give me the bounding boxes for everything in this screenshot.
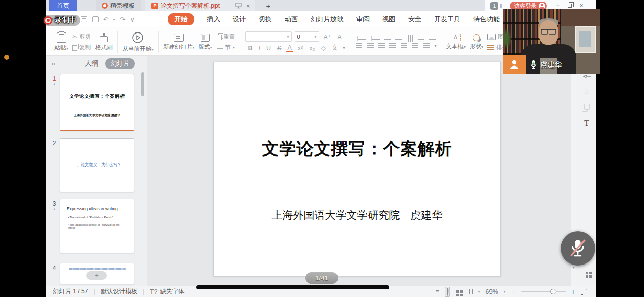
minimize-button[interactable]: − [556, 2, 560, 9]
zoom-level[interactable]: 69% [486, 288, 498, 295]
align-text-icon[interactable] [418, 36, 424, 41]
menu-design[interactable]: 设计 [233, 15, 246, 24]
mute-microphone-button[interactable] [561, 231, 595, 266]
bold-button[interactable]: B [247, 45, 254, 52]
subscript-button[interactable]: x₂ [308, 45, 316, 52]
view-caret-icon[interactable]: ▾ [478, 289, 480, 294]
underline-button[interactable]: U [265, 45, 272, 52]
menu-security[interactable]: 安全 [408, 15, 421, 24]
slide-thumbnail-2[interactable]: 一、论文意义：为什么写？ [60, 138, 134, 192]
text-box-button[interactable]: A 文本框▾ [446, 34, 466, 50]
zoom-in-button[interactable]: + [571, 288, 575, 296]
format-painter-button[interactable]: 格式刷 [95, 33, 113, 51]
decrease-indent-icon[interactable] [384, 36, 391, 41]
font-name-combobox[interactable]: ▾ [245, 31, 292, 42]
justify-icon[interactable] [389, 43, 396, 49]
menu-insert[interactable]: 插入 [207, 15, 220, 24]
collapse-panel-icon[interactable]: « [52, 60, 55, 68]
slide-subtitle[interactable]: 上海外国语大学文学研究院 虞建华 [214, 208, 500, 222]
guest-login-button[interactable]: 访客登录 [510, 2, 547, 10]
add-slide-button[interactable]: + [86, 271, 107, 280]
bullets-icon[interactable] [358, 36, 366, 41]
columns-icon[interactable] [429, 36, 436, 41]
template-name[interactable]: 默认设计模板 [101, 287, 137, 296]
toolbar-collapse-icon[interactable]: ∨ [130, 16, 135, 23]
normal-view-button[interactable] [445, 287, 450, 297]
tab-home[interactable]: 首页 [49, 0, 77, 11]
fit-to-window-icon[interactable] [581, 289, 587, 295]
line-spacing-icon[interactable] [412, 43, 418, 49]
clear-format-button[interactable]: ◇ [319, 44, 327, 52]
zoom-slider-knob[interactable] [550, 289, 556, 294]
close-tab-icon[interactable]: × [244, 2, 252, 10]
present-monitor-icon[interactable] [235, 3, 242, 9]
shapes-button[interactable]: 形状▾ [470, 34, 483, 50]
italic-button[interactable]: I [257, 45, 262, 52]
menu-slideshow[interactable]: 幻灯片放映 [311, 15, 344, 24]
font-color-button[interactable]: A [286, 44, 293, 52]
play-from-current-button[interactable]: 从当前开始▾ [122, 31, 154, 53]
superscript-button[interactable]: x² [296, 45, 304, 52]
restore-button[interactable] [568, 4, 572, 8]
video-call-window[interactable]: 虞建华 [503, 9, 600, 74]
thumbnail-grid-icon[interactable] [576, 272, 597, 274]
menu-special-features[interactable]: 特色功能 [473, 15, 500, 24]
tab-docer-templates[interactable]: 稻壳模板 [96, 0, 141, 11]
distribute-icon[interactable] [401, 43, 407, 49]
selection-pages-icon[interactable] [576, 104, 597, 110]
menu-view[interactable]: 视图 [382, 15, 395, 24]
new-tab-button[interactable]: + [262, 2, 275, 10]
effects-star-icon[interactable]: ☆ [576, 87, 597, 96]
slide-sorter-view-icon[interactable] [456, 290, 459, 293]
playback-progress-bar[interactable] [196, 285, 389, 289]
menu-transition[interactable]: 切换 [259, 15, 272, 24]
redo-icon[interactable]: ↷ [120, 16, 126, 23]
reading-view-icon[interactable] [466, 289, 473, 294]
cut-button[interactable]: ✂剪切 [72, 33, 91, 41]
slide-thumbnail-3[interactable]: Expressing ideas in writing: • The ratio… [60, 199, 134, 253]
align-right-icon[interactable] [378, 43, 385, 49]
tab-slides[interactable]: 幻灯片 [105, 58, 135, 69]
new-slide-button[interactable]: 新建幻灯片▾ [163, 34, 195, 51]
current-slide[interactable]: 文学论文撰写：个案解析 上海外国语大学文学研究院 虞建华 [213, 62, 501, 277]
decrease-font-button[interactable]: A⁻ [336, 33, 347, 41]
numbering-icon[interactable] [372, 36, 380, 41]
strikethrough-button[interactable]: S [275, 45, 283, 52]
slide-canvas: 文学论文撰写：个案解析 上海外国语大学文学研究院 虞建华 [147, 56, 571, 286]
align-left-icon[interactable] [356, 43, 362, 49]
align-center-icon[interactable] [367, 43, 374, 49]
paste-button[interactable]: 粘贴▾ [54, 32, 68, 52]
font-size-combobox[interactable]: 0▾ [295, 31, 319, 42]
copy-button[interactable]: 复制 [72, 44, 91, 51]
sidebar-scrollbar[interactable] [141, 72, 144, 96]
tab-document[interactable]: P 论文撰写个案解析.ppt × [145, 0, 255, 11]
text-tool-icon[interactable]: T [576, 119, 597, 128]
menu-start[interactable]: 开始 [168, 13, 194, 25]
print-icon[interactable] [81, 16, 87, 22]
paragraph-spacing-icon[interactable] [423, 43, 430, 49]
undo-caret-icon[interactable]: ▾ [113, 17, 115, 22]
section-button[interactable]: 节▾ [217, 44, 235, 51]
increase-font-button[interactable]: A⁺ [322, 33, 333, 41]
text-direction-icon[interactable] [407, 35, 413, 42]
undo-icon[interactable]: ↶ [103, 16, 109, 23]
zoom-out-button[interactable]: − [511, 288, 515, 296]
reset-button[interactable]: 重置 [217, 33, 235, 41]
increase-indent-icon[interactable] [395, 36, 402, 41]
layout-button[interactable]: 版式▾ [199, 34, 212, 51]
notes-icon[interactable]: ≡ [436, 288, 439, 295]
zoom-slider[interactable] [521, 291, 566, 292]
phonetic-guide-button[interactable]: 文 [330, 44, 340, 52]
menu-review[interactable]: 审阅 [356, 15, 370, 24]
menu-devtools[interactable]: 开发工具 [434, 15, 461, 24]
tab-outline[interactable]: 大纲 [85, 59, 98, 68]
menu-animation[interactable]: 动画 [285, 15, 298, 24]
slide-thumbnail-1[interactable]: 文学论文撰写：个案解析 上海外国语大学文学研究院 虞建华 [60, 74, 134, 131]
user-count-badge[interactable]: 1 [490, 2, 498, 10]
slide-title[interactable]: 文学论文撰写：个案解析 [214, 138, 500, 160]
close-window-button[interactable]: × [580, 2, 584, 9]
scroll-down-icon[interactable]: ▼ [571, 266, 576, 269]
zoom-caret-icon[interactable]: ▾ [504, 289, 506, 294]
missing-font-label[interactable]: 缺失字体 [160, 287, 184, 296]
print-preview-icon[interactable] [92, 16, 99, 22]
